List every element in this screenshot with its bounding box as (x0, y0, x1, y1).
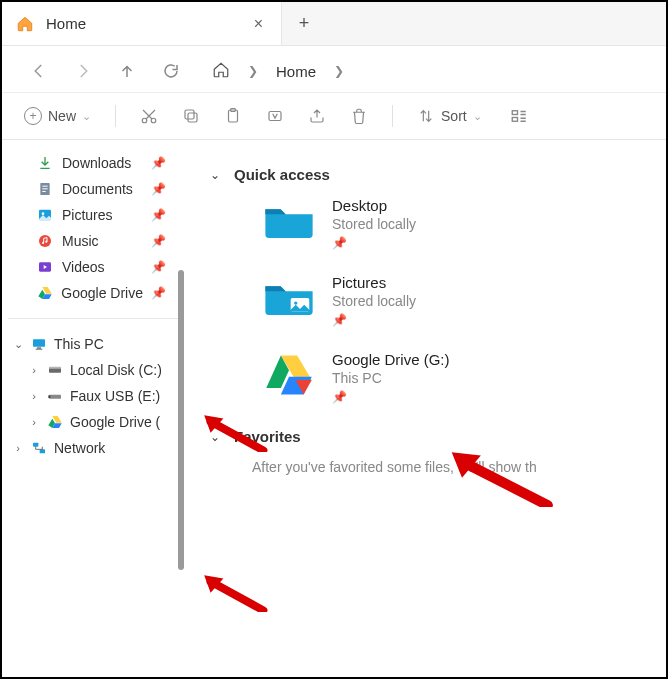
svg-rect-11 (42, 188, 47, 189)
chevron-right-icon[interactable]: › (28, 390, 40, 402)
chevron-right-icon[interactable]: › (28, 416, 40, 428)
chevron-down-icon[interactable]: ⌄ (210, 168, 220, 182)
chevron-down-icon[interactable]: ⌄ (12, 338, 24, 351)
copy-button[interactable] (174, 103, 208, 129)
chevron-right-icon[interactable]: › (12, 442, 24, 454)
toolbar: + New ⌄ Sort ⌄ (2, 93, 666, 140)
sidebar-separator (8, 318, 178, 319)
svg-point-17 (45, 241, 47, 243)
network-icon (30, 439, 48, 457)
svg-rect-25 (48, 395, 50, 398)
favorites-empty-text: After you've favorited some files, we'll… (252, 459, 658, 475)
chevron-down-icon: ⌄ (82, 110, 91, 123)
gdrive-icon (46, 413, 64, 431)
tree-network[interactable]: › Network (2, 435, 184, 461)
rename-icon (266, 107, 284, 125)
tree-label: Network (54, 440, 105, 456)
delete-button[interactable] (342, 103, 376, 129)
svg-rect-2 (188, 113, 197, 122)
section-quick-access[interactable]: ⌄ Quick access (210, 166, 658, 183)
sidebar-item-label: Music (62, 233, 99, 249)
svg-point-16 (42, 242, 44, 244)
share-button[interactable] (300, 103, 334, 129)
document-icon (36, 180, 54, 198)
chevron-down-icon[interactable]: ⌄ (210, 430, 220, 444)
videos-icon (36, 258, 54, 276)
sidebar-item-videos[interactable]: Videos 📌 (2, 254, 184, 280)
scissors-icon (140, 107, 158, 125)
pin-icon: 📌 (151, 182, 174, 196)
svg-rect-27 (40, 449, 45, 453)
sidebar: Downloads 📌 Documents 📌 Pictures 📌 Music… (2, 140, 184, 667)
svg-rect-24 (49, 395, 61, 399)
refresh-button[interactable] (160, 60, 182, 82)
quick-item-pictures[interactable]: Pictures Stored locally 📌 (262, 274, 658, 327)
svg-rect-3 (185, 110, 194, 119)
pictures-folder-icon (262, 274, 316, 322)
tab-home[interactable]: Home × (2, 2, 282, 45)
sidebar-item-label: Videos (62, 259, 105, 275)
svg-rect-23 (49, 367, 61, 369)
svg-rect-7 (512, 111, 517, 115)
item-sub: Stored locally (332, 293, 416, 309)
cut-button[interactable] (132, 103, 166, 129)
new-tab-button[interactable]: + (282, 13, 326, 34)
chevron-right-icon: ❯ (334, 64, 344, 78)
tree-label: Google Drive ( (70, 414, 160, 430)
tree-gdrive[interactable]: › Google Drive ( (2, 409, 184, 435)
section-favorites[interactable]: ⌄ Favorites (210, 428, 658, 445)
quick-item-desktop[interactable]: Desktop Stored locally 📌 (262, 197, 658, 250)
sidebar-item-pictures[interactable]: Pictures 📌 (2, 202, 184, 228)
separator (392, 105, 393, 127)
folder-icon (262, 197, 316, 245)
sidebar-item-downloads[interactable]: Downloads 📌 (2, 150, 184, 176)
pin-icon: 📌 (332, 313, 416, 327)
item-sub: Stored locally (332, 216, 416, 232)
rename-button[interactable] (258, 103, 292, 129)
close-tab-icon[interactable]: × (254, 16, 263, 32)
usb-icon (46, 387, 64, 405)
pin-icon: 📌 (151, 208, 174, 222)
new-button[interactable]: + New ⌄ (16, 103, 99, 129)
tree-label: Local Disk (C:) (70, 362, 162, 378)
pin-icon: 📌 (151, 234, 174, 248)
pin-icon: 📌 (151, 286, 174, 300)
paste-button[interactable] (216, 103, 250, 129)
quick-item-gdrive[interactable]: Google Drive (G:) This PC 📌 (262, 351, 658, 404)
sort-button[interactable]: Sort ⌄ (409, 103, 490, 129)
pin-icon: 📌 (332, 390, 450, 404)
view-options-icon (510, 107, 528, 125)
sidebar-item-label: Downloads (62, 155, 131, 171)
title-bar: Home × + (2, 2, 666, 46)
breadcrumb-location[interactable]: Home (276, 63, 316, 80)
sidebar-item-label: Documents (62, 181, 133, 197)
tree-label: This PC (54, 336, 104, 352)
clipboard-icon (224, 107, 242, 125)
svg-rect-8 (512, 118, 517, 122)
pin-icon: 📌 (151, 156, 174, 170)
music-icon (36, 232, 54, 250)
svg-point-15 (39, 235, 51, 247)
svg-rect-21 (36, 349, 43, 350)
tree-local-disk[interactable]: › Local Disk (C:) (2, 357, 184, 383)
view-button[interactable] (502, 103, 536, 129)
up-button[interactable] (116, 60, 138, 82)
sidebar-item-documents[interactable]: Documents 📌 (2, 176, 184, 202)
home-icon (16, 15, 34, 33)
chevron-right-icon[interactable]: › (28, 364, 40, 376)
sidebar-item-gdrive[interactable]: Google Drive 📌 (2, 280, 184, 306)
pictures-icon (36, 206, 54, 224)
forward-button[interactable] (72, 60, 94, 82)
download-icon (36, 154, 54, 172)
item-sub: This PC (332, 370, 450, 386)
sidebar-item-music[interactable]: Music 📌 (2, 228, 184, 254)
chevron-down-icon: ⌄ (473, 110, 482, 123)
tree-this-pc[interactable]: ⌄ This PC (2, 331, 184, 357)
nav-bar: ❯ Home ❯ (2, 46, 666, 93)
back-button[interactable] (28, 60, 50, 82)
breadcrumb[interactable]: ❯ Home ❯ (212, 61, 344, 82)
sidebar-scrollbar[interactable] (178, 270, 184, 570)
copy-icon (182, 107, 200, 125)
tree-faux-usb[interactable]: › Faux USB (E:) (2, 383, 184, 409)
item-name: Google Drive (G:) (332, 351, 450, 368)
